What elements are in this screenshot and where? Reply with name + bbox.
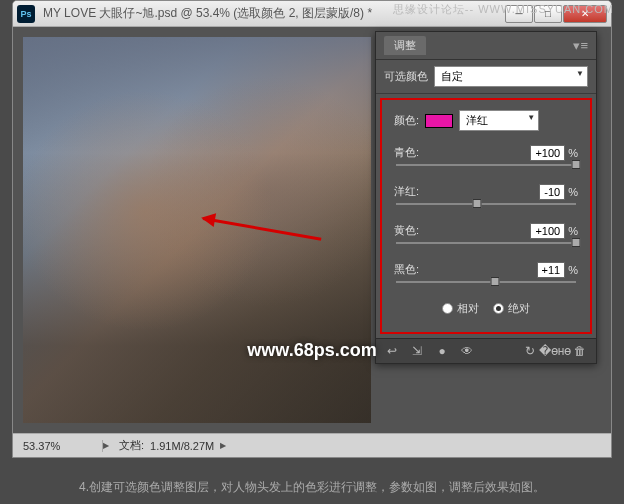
panel-tabs: 调整 ▾≡ bbox=[376, 32, 596, 60]
annotation-arrow bbox=[203, 217, 322, 241]
preset-dropdown[interactable]: 自定 bbox=[434, 66, 588, 87]
magenta-value[interactable]: -10 bbox=[539, 184, 565, 200]
slider-black: 黑色: +11% bbox=[386, 254, 586, 293]
color-dropdown[interactable]: 洋红 bbox=[459, 110, 539, 131]
preset-row: 可选颜色 自定 bbox=[376, 60, 596, 94]
magenta-label: 洋红: bbox=[394, 184, 419, 199]
slider-yellow: 黄色: +100% bbox=[386, 215, 586, 254]
black-slider[interactable] bbox=[396, 281, 576, 283]
black-value[interactable]: +11 bbox=[537, 262, 566, 278]
reset-icon[interactable]: ↻ bbox=[522, 344, 538, 358]
cyan-value[interactable]: +100 bbox=[530, 145, 565, 161]
slider-cyan: 青色: +100% bbox=[386, 137, 586, 176]
watermark-center: www.68ps.com bbox=[247, 340, 376, 361]
slider-magenta: 洋红: -10% bbox=[386, 176, 586, 215]
statusbar: 53.37% ▶ 文档: 1.91M/8.27M ▶ bbox=[13, 433, 611, 457]
docinfo-arrow-icon[interactable]: ▶ bbox=[220, 441, 226, 450]
prev-icon[interactable]: �өнө bbox=[547, 344, 563, 358]
expand-icon[interactable]: ⇲ bbox=[409, 344, 425, 358]
doc-label: 文档: bbox=[119, 438, 144, 453]
color-label: 颜色: bbox=[394, 113, 419, 128]
ps-icon: Ps bbox=[17, 5, 35, 23]
color-row: 颜色: 洋红 bbox=[386, 104, 586, 137]
clip-icon[interactable]: ● bbox=[434, 344, 450, 358]
trash-icon[interactable]: 🗑 bbox=[572, 344, 588, 358]
doc-size: 1.91M/8.27M bbox=[150, 440, 214, 452]
visibility-icon[interactable]: 👁 bbox=[459, 344, 475, 358]
panel-menu-icon[interactable]: ▾≡ bbox=[573, 38, 588, 53]
magenta-slider[interactable] bbox=[396, 203, 576, 205]
app-window: Ps MY LOVE 大眼仔~旭.psd @ 53.4% (选取颜色 2, 图层… bbox=[12, 0, 612, 458]
watermark-top: 思缘设计论坛-- WWW.MISSYUAN.COM bbox=[393, 2, 614, 17]
back-icon[interactable]: ↩ bbox=[384, 344, 400, 358]
cyan-label: 青色: bbox=[394, 145, 419, 160]
preset-label: 可选颜色 bbox=[384, 69, 428, 84]
adjustments-panel: 调整 ▾≡ 可选颜色 自定 颜色: 洋红 青色: +100% bbox=[375, 31, 597, 364]
photo-canvas[interactable] bbox=[23, 37, 371, 423]
tab-adjustments[interactable]: 调整 bbox=[384, 36, 426, 55]
zoom-level[interactable]: 53.37% bbox=[13, 440, 103, 452]
method-radios: 相对 绝对 bbox=[386, 293, 586, 324]
black-label: 黑色: bbox=[394, 262, 419, 277]
highlighted-settings: 颜色: 洋红 青色: +100% 洋红: -10% bbox=[380, 98, 592, 334]
panel-footer: ↩ ⇲ ● 👁 ↻ �өнө 🗑 bbox=[376, 338, 596, 363]
doc-info: 文档: 1.91M/8.27M ▶ bbox=[109, 438, 236, 453]
yellow-value[interactable]: +100 bbox=[530, 223, 565, 239]
yellow-slider[interactable] bbox=[396, 242, 576, 244]
cyan-slider[interactable] bbox=[396, 164, 576, 166]
tutorial-caption: 4.创建可选颜色调整图层，对人物头发上的色彩进行调整，参数如图，调整后效果如图。 bbox=[0, 458, 624, 504]
yellow-label: 黄色: bbox=[394, 223, 419, 238]
radio-relative[interactable]: 相对 bbox=[442, 301, 479, 316]
radio-absolute[interactable]: 绝对 bbox=[493, 301, 530, 316]
canvas-area: 调整 ▾≡ 可选颜色 自定 颜色: 洋红 青色: +100% bbox=[13, 27, 611, 433]
color-swatch bbox=[425, 114, 453, 128]
